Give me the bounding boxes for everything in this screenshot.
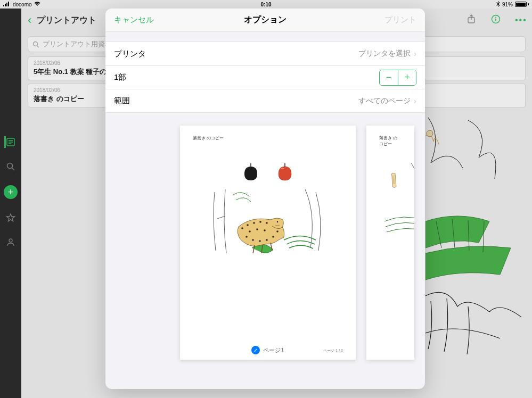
printer-value: プリンタを選択 — [358, 49, 411, 59]
apple-black-icon — [242, 162, 260, 181]
svg-point-32 — [245, 236, 248, 238]
svg-point-27 — [276, 230, 279, 233]
sketch-content — [193, 162, 343, 261]
chevron-right-icon: › — [414, 49, 416, 58]
svg-point-29 — [266, 239, 268, 241]
range-label: 範囲 — [114, 96, 358, 106]
increment-button[interactable]: + — [398, 70, 416, 85]
svg-point-31 — [252, 239, 254, 241]
printer-row[interactable]: プリンタ プリンタを選択 › — [105, 42, 425, 65]
svg-point-28 — [272, 236, 274, 238]
range-value: すべてのページ — [358, 96, 411, 106]
svg-point-36 — [277, 221, 278, 222]
range-row[interactable]: 範囲 すべてのページ › — [105, 89, 425, 112]
page-selected-check-icon[interactable]: ✓ — [251, 346, 260, 354]
apple-red-icon — [276, 162, 294, 181]
print-settings: プリンタ プリンタを選択 › 1部 − + 範囲 すべてのページ › — [105, 42, 425, 113]
svg-point-21 — [241, 227, 243, 229]
modal-title: オプション — [244, 14, 287, 26]
chevron-right-icon: › — [414, 97, 416, 105]
copies-stepper: − + — [379, 70, 416, 86]
page-footer: ✓ ページ1 — [180, 346, 356, 354]
svg-point-22 — [247, 224, 249, 226]
decrement-button[interactable]: − — [380, 70, 398, 85]
sketch-content-2 — [379, 157, 414, 264]
svg-point-33 — [249, 230, 251, 233]
svg-point-24 — [259, 221, 261, 223]
svg-point-35 — [264, 229, 266, 231]
print-preview[interactable]: 落書き のコピー — [105, 113, 425, 389]
svg-point-34 — [256, 228, 258, 230]
print-button[interactable]: プリント — [384, 15, 416, 25]
copies-row: 1部 − + — [105, 65, 425, 89]
print-options-modal: キャンセル オプション プリント プリンタ プリンタを選択 › 1部 − + 範… — [105, 9, 425, 389]
svg-point-25 — [266, 222, 268, 224]
preview-doc-title: 落書き のコピー — [193, 135, 343, 141]
svg-point-30 — [259, 240, 261, 242]
copies-label: 1部 — [114, 72, 379, 82]
page-label: ページ1 — [263, 346, 284, 354]
preview-page-2[interactable]: 落書き のコピー — [366, 126, 414, 360]
preview-page-1[interactable]: 落書き のコピー — [180, 126, 356, 360]
preview-doc-title: 落書き のコピー — [379, 135, 402, 147]
svg-point-23 — [253, 222, 255, 224]
modal-header: キャンセル オプション プリント — [105, 9, 425, 32]
printer-label: プリンタ — [114, 49, 358, 59]
jungle-sketch — [209, 187, 326, 261]
cancel-button[interactable]: キャンセル — [114, 15, 154, 25]
